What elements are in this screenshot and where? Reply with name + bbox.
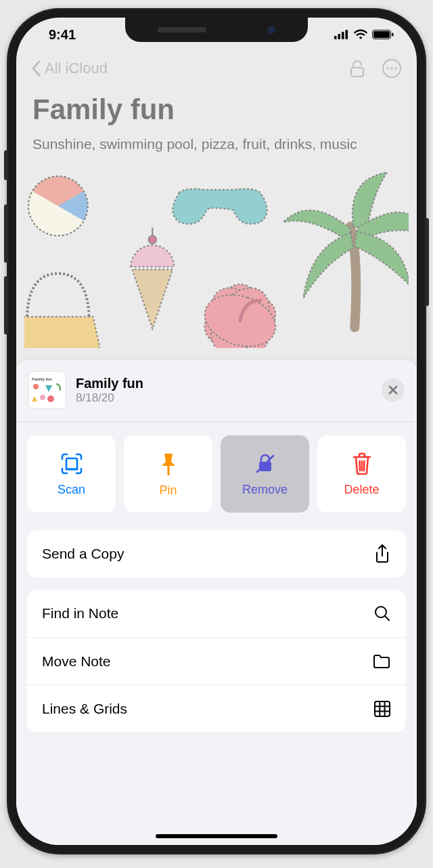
delete-label: Delete xyxy=(344,483,379,497)
scan-icon xyxy=(60,452,84,476)
nav-bar: All iCloud xyxy=(16,51,417,83)
trash-icon xyxy=(351,452,373,476)
note-illustrations xyxy=(24,165,409,348)
phone-frame: 9:41 All iCloud xyxy=(7,8,426,854)
svg-line-31 xyxy=(364,461,365,471)
home-indicator[interactable] xyxy=(156,834,277,838)
svg-rect-7 xyxy=(351,68,363,77)
note-thumbnail: Family fun xyxy=(28,371,66,409)
close-icon xyxy=(388,385,398,395)
send-copy-label: Send a Copy xyxy=(42,546,124,562)
back-button[interactable]: All iCloud xyxy=(31,60,108,77)
svg-rect-2 xyxy=(342,32,344,39)
svg-rect-0 xyxy=(334,36,337,39)
find-in-note-row[interactable]: Find in Note xyxy=(27,590,406,637)
sheet-title: Family fun xyxy=(76,376,143,391)
svg-line-29 xyxy=(359,461,360,471)
wifi-icon xyxy=(353,29,368,40)
sheet-date: 8/18/20 xyxy=(76,391,143,405)
status-time: 9:41 xyxy=(49,27,76,43)
chevron-left-icon xyxy=(31,60,42,77)
delete-button[interactable]: Delete xyxy=(317,435,406,513)
grid-icon xyxy=(373,700,391,718)
svg-point-22 xyxy=(40,395,45,400)
pin-button[interactable]: Pin xyxy=(124,435,212,513)
sheet-header: Family fun Family fun 8/18/20 xyxy=(16,360,417,422)
svg-rect-5 xyxy=(373,31,390,38)
remove-button[interactable]: Remove xyxy=(221,435,309,513)
move-note-row[interactable]: Move Note xyxy=(27,637,406,685)
row-group-more: Find in Note Move Note Lines & Grids xyxy=(27,590,406,732)
search-icon xyxy=(373,605,391,622)
send-copy-row[interactable]: Send a Copy xyxy=(27,530,406,578)
action-tiles: Scan Pin Remove xyxy=(16,422,417,518)
cellular-icon xyxy=(334,30,349,39)
svg-rect-24 xyxy=(66,458,77,469)
svg-point-11 xyxy=(394,67,397,70)
svg-line-33 xyxy=(385,616,389,620)
pin-icon xyxy=(157,451,180,477)
close-button[interactable] xyxy=(382,378,405,402)
svg-rect-6 xyxy=(392,33,394,37)
svg-point-10 xyxy=(390,67,393,70)
svg-rect-34 xyxy=(375,701,390,716)
battery-icon xyxy=(372,30,394,39)
note-title: Family fun xyxy=(16,83,417,134)
unlock-icon[interactable] xyxy=(348,59,367,78)
svg-rect-3 xyxy=(346,30,348,39)
more-icon[interactable] xyxy=(382,58,402,79)
lines-label: Lines & Grids xyxy=(42,701,127,717)
note-body: Sunshine, swimming pool, pizza, fruit, d… xyxy=(16,134,417,165)
share-icon xyxy=(373,544,391,564)
svg-point-9 xyxy=(386,67,389,70)
svg-point-21 xyxy=(33,384,39,389)
svg-rect-26 xyxy=(167,466,169,475)
find-label: Find in Note xyxy=(42,605,118,622)
svg-point-14 xyxy=(148,236,156,244)
back-label: All iCloud xyxy=(45,60,108,77)
move-label: Move Note xyxy=(42,653,111,670)
lines-grids-row[interactable]: Lines & Grids xyxy=(27,685,406,732)
pin-label: Pin xyxy=(159,483,177,498)
scan-label: Scan xyxy=(58,483,85,497)
folder-icon xyxy=(372,653,391,670)
remove-label: Remove xyxy=(242,483,288,497)
svg-point-23 xyxy=(47,395,54,402)
row-group-send: Send a Copy xyxy=(27,530,406,578)
screen: 9:41 All iCloud xyxy=(16,18,417,845)
lock-slash-icon xyxy=(253,452,277,476)
scan-button[interactable]: Scan xyxy=(27,435,116,513)
svg-rect-1 xyxy=(338,34,341,39)
note-background-dimmed: All iCloud Family fun Sunshine, swimming… xyxy=(16,51,417,348)
action-sheet: Family fun Family fun 8/18/20 xyxy=(16,360,417,845)
